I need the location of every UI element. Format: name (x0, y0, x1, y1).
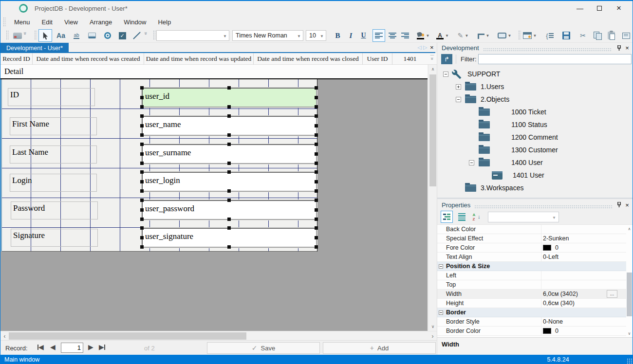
overflow-chevron-icon[interactable]: » (22, 32, 28, 34)
selection-handle[interactable] (140, 236, 144, 239)
property-grid-scrollbar[interactable]: ∧ ∨ (626, 225, 633, 338)
tree-item-1400-user[interactable]: 1400 User (437, 157, 633, 169)
selection-handle[interactable] (140, 124, 144, 127)
font-color-button[interactable]: A▼ (434, 29, 451, 42)
checkbox-tool-button[interactable]: ✓ (115, 29, 129, 42)
paste-button[interactable] (604, 29, 618, 42)
close-panel-icon[interactable]: × (624, 44, 631, 52)
textbox-tool-button[interactable]: ab (70, 29, 83, 42)
selection-handle[interactable] (315, 245, 318, 249)
horizontal-scrollbar[interactable]: ‹ › (0, 331, 437, 340)
menu-item-window[interactable]: Window (118, 17, 152, 28)
property-row-height[interactable]: Height0,6см (340) (437, 299, 626, 308)
band-column-created[interactable]: Date and time when record was created (33, 53, 144, 65)
property-category-border[interactable]: Border (437, 308, 626, 317)
menu-item-edit[interactable]: Edit (36, 17, 58, 28)
band-column-updated[interactable]: Date and time when record was updated (144, 53, 254, 65)
bold-button[interactable]: B (332, 29, 344, 42)
collapse-icon[interactable] (456, 97, 461, 102)
previous-record-button[interactable]: ◀ (50, 343, 56, 351)
tree-item-workspaces[interactable]: 3.Workspaces (437, 182, 633, 195)
selection-handle[interactable] (315, 133, 318, 137)
categorized-view-button[interactable] (441, 211, 453, 223)
pen-button[interactable]: ✎▼ (454, 29, 472, 42)
tab-scroll-left-icon[interactable]: ◁ (417, 44, 421, 51)
field-user-surname[interactable]: user_surname (142, 144, 317, 164)
form-designer-canvas[interactable]: ID First Name Last Name Login Password S… (0, 79, 428, 331)
band-overflow-chevron-icon[interactable]: —» (428, 54, 437, 61)
selection-handle[interactable] (227, 245, 231, 249)
maximize-button[interactable] (590, 1, 609, 16)
field-label-password[interactable]: Password (11, 201, 98, 219)
next-record-button[interactable]: ▶ (88, 343, 93, 351)
selection-handle[interactable] (315, 180, 318, 183)
panel-splitter[interactable] (437, 196, 633, 200)
field-user-login[interactable]: user_login (142, 172, 317, 192)
selection-handle[interactable] (227, 170, 231, 174)
selection-handle[interactable] (315, 218, 318, 221)
outline-button[interactable]: { (543, 29, 557, 42)
fill-color-button[interactable]: ▼ (414, 29, 432, 42)
selection-handle[interactable] (140, 114, 144, 118)
collapse-icon[interactable] (469, 160, 474, 165)
selection-handle[interactable] (315, 143, 318, 146)
property-row-fore-color[interactable]: Fore Color0 (437, 243, 626, 253)
scroll-right-icon[interactable]: › (428, 331, 437, 341)
save-button[interactable] (559, 29, 573, 42)
selection-handle[interactable] (315, 162, 318, 165)
selection-handle[interactable] (140, 180, 144, 183)
font-combo[interactable]: Times New Roman▼ (232, 30, 303, 41)
style-combo[interactable]: ▼ (156, 30, 229, 41)
copy-button[interactable] (591, 29, 604, 42)
selection-handle[interactable] (227, 143, 231, 146)
collapse-icon[interactable] (439, 264, 443, 269)
align-left-button[interactable] (372, 29, 385, 42)
field-user-password[interactable]: user_password (142, 200, 317, 220)
field-label-last-name[interactable]: Last Name (10, 146, 97, 164)
button-tool-button[interactable] (85, 29, 99, 42)
italic-button[interactable]: I (345, 29, 357, 42)
collapse-icon[interactable] (439, 310, 443, 315)
selection-handle[interactable] (227, 133, 231, 137)
property-row-width[interactable]: Width6,0см (3402)... (437, 290, 626, 299)
selection-handle[interactable] (315, 152, 318, 156)
property-row-left[interactable]: Left (437, 271, 626, 280)
band-column-value[interactable]: 1401 (392, 53, 428, 65)
selection-handle[interactable] (140, 208, 144, 212)
menu-item-menu[interactable]: Menu (8, 17, 36, 28)
comment-button[interactable] (620, 29, 633, 42)
align-right-button[interactable] (399, 29, 411, 42)
vertical-scroll-thumb[interactable] (429, 74, 436, 186)
scroll-up-icon[interactable]: ∧ (428, 65, 437, 73)
close-panel-icon[interactable]: × (624, 201, 631, 209)
field-label-first-name[interactable]: First Name (10, 117, 97, 135)
selection-handle[interactable] (140, 133, 144, 137)
selection-handle[interactable] (227, 86, 231, 90)
align-center-button[interactable] (386, 29, 399, 42)
band-column-record-id[interactable]: Record ID (0, 53, 33, 65)
tree-item-1300-customer[interactable]: 1300 Customer (437, 144, 633, 157)
selection-handle[interactable] (140, 143, 144, 146)
select-tool-button[interactable] (38, 29, 52, 42)
scroll-up-icon[interactable]: ∧ (626, 227, 633, 231)
selection-handle[interactable] (315, 96, 318, 99)
expand-icon[interactable] (456, 84, 461, 90)
property-row-top[interactable]: Top (437, 280, 626, 290)
field-user-name[interactable]: user_name (142, 116, 317, 136)
selection-handle[interactable] (140, 218, 144, 221)
selection-handle[interactable] (140, 105, 144, 109)
selection-handle[interactable] (315, 226, 318, 230)
font-size-combo[interactable]: 10▼ (306, 30, 326, 41)
label-tool-button[interactable]: Aa (54, 29, 68, 42)
field-user-signature[interactable]: user_signature (142, 228, 317, 248)
selection-handle[interactable] (315, 170, 318, 174)
field-label-signature[interactable]: Signature (11, 229, 98, 247)
tree-item-support[interactable]: SUPPORT (437, 68, 633, 81)
add-record-button[interactable]: + Add (323, 342, 436, 354)
record-number-input[interactable] (61, 343, 83, 353)
scroll-down-icon[interactable]: ∨ (626, 331, 633, 336)
tree-item-users[interactable]: 1.Users (437, 81, 633, 93)
selection-handle[interactable] (140, 162, 144, 165)
minimize-button[interactable]: — (570, 1, 590, 16)
selection-handle[interactable] (315, 105, 318, 109)
